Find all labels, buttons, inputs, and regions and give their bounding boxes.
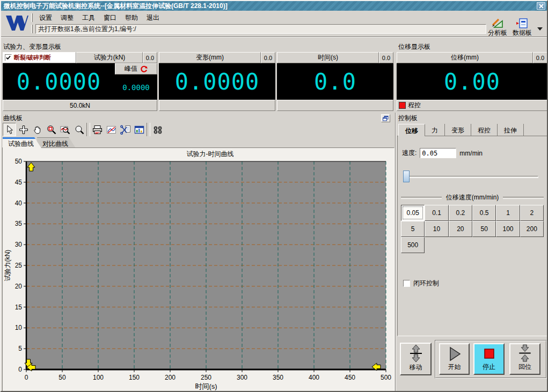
select-cursor-button[interactable] — [3, 123, 16, 136]
speed-option-button[interactable]: 0.5 — [472, 205, 496, 221]
speed-option-button[interactable]: 10 — [425, 221, 448, 237]
curve-tab[interactable]: 对比曲线 — [37, 137, 76, 148]
speed-option-button[interactable]: 500 — [401, 237, 425, 253]
speed-option-button[interactable]: 200 — [520, 221, 544, 237]
svg-text:0: 0 — [18, 366, 22, 373]
svg-text:300: 300 — [237, 374, 247, 381]
svg-text:150: 150 — [129, 374, 140, 381]
time-header: 时间(s) — [277, 52, 379, 63]
check-icon — [404, 280, 410, 286]
displacement-display-panel: 位移(mm) 0.0 0.00 程控 — [397, 52, 547, 111]
move-button[interactable]: 移动 — [400, 343, 432, 375]
svg-text:50: 50 — [15, 159, 23, 165]
crosshair-button[interactable] — [17, 123, 30, 136]
zoom-box-button[interactable] — [45, 123, 58, 136]
svg-text:试验力(kN): 试验力(kN) — [4, 250, 11, 282]
data-panel-icon — [516, 18, 529, 28]
svg-text:0: 0 — [25, 374, 28, 381]
force-header: 试验力(kN) — [76, 52, 143, 63]
speed-option-button[interactable]: 0.05 — [401, 205, 425, 221]
displacement-mini-value: 0.0 — [533, 52, 547, 63]
svg-text:10: 10 — [15, 324, 23, 331]
status-field[interactable]: 共打开数据1条,当前位置为1,编号:/ — [35, 24, 486, 34]
panel-config-button[interactable] — [133, 123, 146, 136]
menu-item-3[interactable]: 工具 — [78, 13, 99, 23]
print-icon — [92, 125, 103, 135]
start-button[interactable]: 开始 — [439, 343, 470, 375]
curve-tabs: 试验曲线对比曲线 — [3, 137, 71, 148]
speed-option-button[interactable]: 20 — [449, 221, 472, 237]
speed-option-button[interactable]: 0.2 — [449, 205, 472, 221]
print-button[interactable] — [91, 123, 104, 136]
pan-hand-button[interactable] — [31, 123, 44, 136]
return-button[interactable]: 回位 — [509, 343, 540, 375]
svg-text:40: 40 — [15, 199, 23, 207]
speed-input[interactable] — [420, 148, 456, 158]
zoom-curve-button[interactable] — [59, 123, 72, 136]
peak-value: 0.0000 — [115, 75, 157, 100]
panel-separator — [395, 113, 396, 392]
svg-text:45: 45 — [15, 179, 23, 186]
curve-tab[interactable]: 试验曲线 — [3, 137, 41, 148]
crosshair-icon — [19, 125, 28, 135]
return-label: 回位 — [518, 363, 531, 372]
svg-text:35: 35 — [15, 220, 23, 227]
control-tab[interactable]: 变形 — [445, 124, 471, 136]
zoom-out-button[interactable] — [72, 123, 86, 136]
curve-style-icon — [106, 125, 116, 135]
svg-text:200: 200 — [165, 374, 176, 381]
closed-loop-row[interactable]: 闭环控制 — [403, 279, 439, 288]
control-tab[interactable]: 程控 — [471, 124, 498, 136]
window-title: 微机控制电子万能试验机测控系统--[金属材料室温拉伸试验(GB/T 228.1-… — [4, 1, 228, 11]
speed-option-button[interactable]: 5 — [401, 221, 425, 237]
sample-marker-icon — [152, 125, 163, 135]
close-button[interactable] — [537, 2, 545, 10]
speed-option-button[interactable]: 2 — [520, 205, 544, 221]
speed-option-button[interactable]: 50 — [472, 221, 496, 237]
menu-item-6[interactable]: 退出 — [143, 13, 163, 23]
control-tab[interactable]: 拉伸 — [498, 124, 524, 136]
force-group-title: 试验力、变形显示板 — [3, 42, 61, 51]
peak-header[interactable]: 峰值 — [115, 63, 157, 75]
control-tab[interactable]: 位移 — [398, 124, 425, 136]
peak-reset-icon[interactable] — [140, 65, 148, 73]
speed-label: 速度: — [402, 149, 417, 158]
return-arrows-icon — [517, 344, 533, 362]
curve-restore-button[interactable] — [381, 114, 390, 122]
menu-item-5[interactable]: 帮助 — [121, 13, 142, 23]
displacement-header: 位移(mm) — [397, 52, 533, 63]
title-bar[interactable]: 微机控制电子万能试验机测控系统--[金属材料室温拉伸试验(GB/T 228.1-… — [1, 1, 547, 11]
chart-plot[interactable]: 0510152025303540455005010015020025030035… — [3, 159, 394, 392]
chart-toolbar — [3, 122, 164, 137]
sample-marker-button[interactable] — [151, 123, 164, 136]
closed-loop-checkbox[interactable] — [403, 280, 410, 287]
break-judge-checkbox[interactable] — [5, 54, 12, 61]
menu-item-1[interactable]: 设置 — [35, 13, 56, 23]
speed-option-button[interactable]: 0.1 — [425, 205, 448, 221]
data-panel-button[interactable]: 数据板 — [513, 18, 532, 38]
break-judge-cell[interactable]: 断裂/破碎判断 — [3, 52, 76, 63]
svg-text:400: 400 — [309, 374, 319, 381]
svg-text:30: 30 — [15, 241, 23, 248]
speed-slider-handle[interactable] — [403, 171, 410, 182]
analysis-panel-button[interactable]: 分析板 — [488, 18, 507, 38]
stop-button[interactable]: 停止 — [473, 343, 505, 375]
toolbar-more-icon[interactable] — [537, 27, 543, 33]
speed-option-button[interactable]: 1 — [496, 205, 520, 221]
snip-copy-button[interactable] — [119, 123, 132, 136]
menu-item-4[interactable]: 窗口 — [100, 13, 120, 23]
control-tab[interactable]: 力 — [425, 124, 445, 136]
speed-group-title-row: 位移速度(mm/min) — [401, 193, 544, 202]
chart-title: 试验力-时间曲线 — [26, 148, 394, 159]
speed-slider-track[interactable] — [403, 176, 538, 178]
select-cursor-icon — [5, 125, 14, 135]
time-value: 0.0 — [277, 63, 393, 100]
menu-item-2[interactable]: 调整 — [57, 13, 77, 23]
analysis-panel-icon — [491, 18, 504, 28]
curve-panel-title: 曲线板 — [3, 114, 23, 123]
speed-group-title: 位移速度(mm/min) — [446, 193, 499, 202]
start-label: 开始 — [448, 363, 461, 372]
speed-unit: mm/min — [459, 150, 483, 157]
curve-style-button[interactable] — [105, 123, 118, 136]
speed-option-button[interactable]: 100 — [496, 221, 520, 237]
